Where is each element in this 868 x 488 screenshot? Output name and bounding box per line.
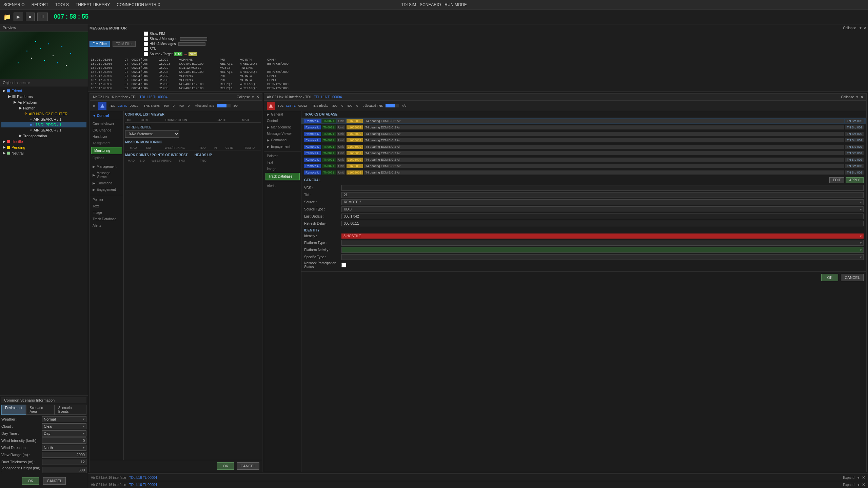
left-c2-ok-button[interactable]: OK	[217, 462, 234, 470]
rc2-nav-image[interactable]: Image	[264, 166, 301, 172]
weather-select[interactable]: NormalRainSnow	[42, 416, 86, 422]
pause-button[interactable]: ⏸	[37, 13, 48, 21]
menu-tools[interactable]: TOOLS	[55, 2, 68, 7]
bb-expand-arrow-0[interactable]: ◄	[856, 476, 860, 480]
tree-item-fighter[interactable]: ▶ Fighter	[1, 105, 86, 111]
menu-threat-library[interactable]: THREAT LIBRARY	[76, 2, 110, 7]
play-button[interactable]: ▶	[14, 13, 23, 21]
tree-item-pending[interactable]: ▶ Pending	[1, 144, 86, 150]
tn-ref-select[interactable]: 0-No Statement	[125, 130, 179, 138]
bb-expand-btn-1[interactable]: Expand	[843, 483, 854, 487]
track-row-2[interactable]: Remote U TN0021 Unit L1603002 T4 bearing…	[301, 131, 866, 137]
tree-item-friend[interactable]: ▶ Friend	[1, 88, 86, 94]
right-c2-ok-button[interactable]: OK	[821, 274, 838, 281]
tree-item-air-platform[interactable]: ▶ Air Platform	[1, 99, 86, 105]
stop-button[interactable]: ■	[26, 13, 35, 21]
menu-connection-matrix[interactable]: CONNECTION MATRIX	[117, 2, 160, 7]
track-row-1[interactable]: Remote U TN0021 Unit L1603002 T4 bearing…	[301, 124, 866, 131]
rc2-nav-text[interactable]: Text	[264, 159, 301, 166]
left-c2-close-button[interactable]: ✕	[256, 95, 259, 99]
left-c2-collapse-label[interactable]: Collapse	[237, 95, 250, 99]
mm-close-button[interactable]: ✕	[864, 26, 867, 30]
bb-expand-btn-0[interactable]: Expand	[843, 476, 854, 480]
tab-scenario-area[interactable]: Scenario Area	[26, 405, 55, 415]
right-c2-close-button[interactable]: ✕	[860, 95, 864, 99]
nav-track-database[interactable]: Track Database	[90, 216, 123, 222]
rc2-nav-pointer[interactable]: Pointer	[264, 153, 301, 159]
track-row-3[interactable]: Remote U TN0021 Unit L1603002 T4 bearing…	[301, 137, 866, 144]
rc2-nav-control[interactable]: Control	[264, 118, 301, 124]
bb-close-btn-1[interactable]: ✕	[862, 482, 865, 487]
rc2-nav-command[interactable]: ▶ Command	[264, 137, 301, 143]
nav-alerts[interactable]: Alerts	[90, 222, 123, 229]
menu-scenario[interactable]: SCENARIO	[3, 2, 25, 7]
tree-item-hostile[interactable]: ▶ Hostile	[1, 139, 86, 144]
rc2-nav-engagement[interactable]: ▶ Engagement	[264, 143, 301, 150]
apply-button[interactable]: APPLY	[846, 177, 864, 183]
rc2-nav-alerts[interactable]: Alerts	[264, 183, 301, 189]
tree-item-platforms[interactable]: ▶ Platforms	[1, 94, 86, 99]
nav-image[interactable]: Image	[90, 209, 123, 216]
left-c2-left-arrow[interactable]: «	[93, 103, 96, 109]
left-c2-collapse-arrow[interactable]: ▼	[251, 95, 255, 99]
nav-engagement[interactable]: ▶ Engagement	[90, 186, 123, 193]
tree-item-transportation[interactable]: ▶ Transportation	[1, 133, 86, 139]
day-time-select[interactable]: DayNight	[42, 430, 86, 436]
network-participation-checkbox[interactable]	[341, 263, 346, 267]
nav-assignment[interactable]: Assignment	[90, 140, 123, 146]
platform-activity-select[interactable]	[341, 247, 864, 253]
track-row-0[interactable]: Remote U TN0021 Unit L1603002 T4 bearing…	[301, 118, 866, 124]
gen-refresh-input[interactable]	[341, 221, 864, 226]
track-row-6[interactable]: Remote U TN0021 Unit L1603002 T4 bearing…	[301, 157, 866, 163]
rc2-nav-message-viewer[interactable]: Message Viewer	[264, 130, 301, 137]
show-fim-checkbox[interactable]	[144, 32, 148, 36]
mm-collapse-label[interactable]: Collapse	[843, 26, 856, 30]
right-c2-cancel-button[interactable]: CANCEL	[841, 274, 864, 281]
tab-scenario-events[interactable]: Scenario Events	[55, 405, 86, 415]
mm-foim-filter-btn[interactable]: FОIM Filter	[113, 41, 136, 47]
edit-button[interactable]: EDIT	[829, 177, 845, 183]
tree-item-air-non-c2[interactable]: ✈ AIR NON C2 FIGHTER	[1, 111, 86, 117]
tree-item-l16-dlpddo[interactable]: ● L16 DLPDDO / 1	[1, 122, 86, 127]
track-row-8[interactable]: Remote U TN0021 Unit L1603002 T4 bearing…	[301, 169, 866, 176]
scenario-cancel-button[interactable]: CANCEL	[43, 477, 66, 485]
track-row-5[interactable]: Remote U TN0021 Unit L1603002 T4 bearing…	[301, 150, 866, 157]
bb-expand-arrow-1[interactable]: ◄	[856, 483, 860, 487]
mm-fim-filter-btn[interactable]: FIM Filter	[90, 41, 110, 47]
specific-type-select[interactable]	[341, 254, 864, 260]
track-row-4[interactable]: Remote U TN0021 Unit L1603002 T4 bearing…	[301, 144, 866, 150]
folder-icon[interactable]: 📁	[3, 13, 11, 21]
gen-vcs-input[interactable]	[341, 185, 864, 191]
wind-direction-select[interactable]: NorthSouthEastWest	[42, 445, 86, 451]
nav-command[interactable]: ▶ Command	[90, 180, 123, 186]
left-c2-cancel-button[interactable]: CANCEL	[237, 462, 259, 470]
track-row-7[interactable]: Remote U TN0021 Unit L1603002 T4 bearing…	[301, 163, 866, 169]
nav-pointer[interactable]: Pointer	[90, 197, 123, 203]
tree-item-air-search-1[interactable]: ○ AIR SEARCH / 1	[1, 117, 86, 122]
rc2-nav-track-database[interactable]: Track Database	[265, 173, 300, 180]
nav-cu-change[interactable]: C/U Change	[90, 127, 123, 134]
identity-select[interactable]: 3-HOSTILE 1-FRIEND 2-NEUTRAL	[341, 233, 864, 239]
right-c2-collapse-arrow[interactable]: ▼	[855, 95, 859, 99]
gen-last-update-input[interactable]	[341, 214, 864, 219]
mm-collapse-arrow[interactable]: ▼	[859, 26, 862, 30]
gen-source-select[interactable]: REMOTE.2	[341, 199, 864, 205]
nav-options[interactable]: Options	[90, 155, 123, 161]
nav-message-viewer[interactable]: ▶ Message Viewer	[90, 170, 123, 180]
cloud-select[interactable]: ClearPartly Cloudy	[42, 423, 86, 429]
platform-type-select[interactable]	[341, 240, 864, 246]
nav-text[interactable]: Text	[90, 203, 123, 209]
rc2-nav-general[interactable]: ▶ General	[264, 111, 301, 118]
nav-management[interactable]: ▶ Management	[90, 163, 123, 170]
right-c2-collapse-label[interactable]: Collapse	[841, 95, 854, 99]
source-target-checkbox[interactable]	[144, 52, 148, 56]
gen-source-type-select[interactable]: UD.0	[341, 206, 864, 212]
nav-handover[interactable]: Handover	[90, 134, 123, 140]
tree-item-air-search-2[interactable]: ○ AIR SEARCH / 1	[1, 127, 86, 133]
menu-report[interactable]: REPORT	[32, 2, 48, 7]
bb-close-btn-0[interactable]: ✕	[862, 475, 865, 480]
rc2-nav-management[interactable]: ▶ Management	[264, 124, 301, 130]
stn-checkbox[interactable]	[144, 47, 148, 51]
tree-item-neutral[interactable]: ▶ Neutral	[1, 150, 86, 156]
gen-tn-input[interactable]	[341, 192, 864, 198]
